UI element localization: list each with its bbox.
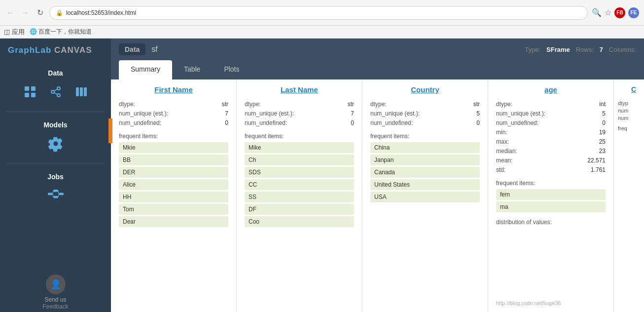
pipeline-icon[interactable]: [48, 188, 64, 203]
freq-item: China: [370, 142, 480, 153]
bookmarks-bar: ◫ 应用 🌐 百度一下，你就知道: [0, 26, 644, 39]
frequent-label-firstname: frequent items:: [119, 133, 228, 140]
freq-item: Alice: [119, 179, 228, 190]
sidebar: GraphLab CANVAS Data: [0, 39, 111, 312]
apps-icon[interactable]: ◫ 应用: [4, 28, 25, 37]
svg-rect-15: [59, 193, 64, 195]
svg-line-18: [58, 191, 59, 194]
frequent-label-country: frequent items:: [370, 133, 480, 140]
column-partial: C dtyp num num freq: [614, 79, 644, 312]
svg-line-7: [54, 93, 57, 95]
models-icons: [0, 134, 111, 157]
watermark: http://blog.csdn.net/liuge36: [496, 297, 606, 306]
sidebar-title-data: Data: [0, 66, 111, 82]
column-age: age dtype: int num_unique (est.): 5 num_…: [488, 79, 614, 312]
sf-name: sf: [151, 45, 157, 54]
svg-line-17: [52, 194, 53, 197]
tab-table[interactable]: Table: [172, 60, 212, 79]
extension-icon-1[interactable]: FB: [614, 7, 625, 18]
rows-value: 7: [600, 46, 603, 53]
columns-icon[interactable]: [73, 84, 89, 100]
stat-unique-lastname: num_unique (est.): 7: [245, 110, 354, 117]
search-icon[interactable]: 🔍: [592, 8, 602, 17]
stat-dtype-lastname: dtype: str: [245, 101, 354, 108]
col-header-last-name[interactable]: Last Name: [245, 85, 354, 94]
col-header-first-name[interactable]: First Name: [119, 85, 228, 94]
stat-min-age: min: 19: [496, 129, 606, 136]
tab-summary[interactable]: Summary: [119, 60, 172, 79]
tab-plots[interactable]: Plots: [212, 60, 251, 79]
freq-item: ma: [496, 201, 606, 212]
app-container: GraphLab CANVAS Data: [0, 39, 644, 312]
freq-item: Dear: [119, 216, 228, 227]
back-button[interactable]: ←: [5, 7, 16, 18]
tabs-bar: Summary Table Plots: [111, 60, 644, 79]
data-header: Data sf Type: SFrame Rows: 7 Columns:: [111, 39, 644, 60]
svg-point-6: [57, 94, 60, 97]
grid-icon[interactable]: [22, 84, 38, 100]
col-header-age[interactable]: age: [496, 85, 606, 94]
refresh-button[interactable]: ↻: [35, 7, 45, 18]
sidebar-bottom: 👤 Send us Feedback: [0, 270, 111, 312]
partial-dtype: dtyp: [618, 100, 644, 106]
url-bar[interactable]: 🔒 localhost:52653/index.html: [49, 6, 588, 20]
stat-unique-country: num_unique (est.): 5: [370, 110, 480, 117]
bookmark-baidu[interactable]: 🌐 百度一下，你就知道: [30, 28, 92, 36]
freq-item: DF: [245, 204, 354, 215]
freq-item: Janpan: [370, 155, 480, 165]
sidebar-section-data: Data: [0, 62, 111, 110]
gear-icon[interactable]: [48, 136, 64, 152]
freq-item: Canada: [370, 167, 480, 178]
freq-item: DER: [119, 167, 228, 178]
svg-line-8: [54, 89, 57, 91]
frequent-label-lastname: frequent items:: [245, 133, 354, 140]
freq-item: HH: [119, 192, 228, 202]
partial-freq: freq: [618, 125, 644, 131]
data-icons: [0, 82, 111, 106]
freq-item: SS: [245, 192, 354, 202]
forward-button[interactable]: →: [20, 7, 31, 18]
browser-bar: ← → ↻ 🔒 localhost:52653/index.html 🔍 ☆ F…: [0, 0, 644, 26]
stat-unique-firstname: num_unique (est.): 7: [119, 110, 228, 117]
svg-rect-2: [25, 93, 29, 97]
logo-graphlab: GraphLab: [8, 45, 51, 55]
columns-container: First Name dtype: str num_unique (est.):…: [111, 79, 644, 312]
col-header-country[interactable]: Country: [370, 85, 480, 94]
svg-line-19: [58, 194, 59, 197]
orange-indicator: [108, 118, 112, 143]
col-header-partial[interactable]: C: [618, 85, 644, 93]
data-badge: Data: [119, 43, 145, 55]
svg-rect-3: [31, 93, 36, 97]
stat-std-age: std: 1.761: [496, 166, 606, 173]
svg-line-16: [52, 191, 53, 194]
avatar: 👤: [46, 274, 66, 294]
meta-info: Type: SFrame Rows: 7 Columns:: [525, 46, 636, 53]
logo-canvas: CANVAS: [54, 45, 92, 55]
freq-item: Ch: [245, 155, 354, 165]
freq-item: Tom: [119, 204, 228, 215]
svg-rect-11: [84, 87, 87, 96]
freq-item: SDS: [245, 167, 354, 178]
stat-dtype-age: dtype: int: [496, 101, 606, 108]
divider-2: [6, 163, 105, 164]
send-feedback-label: Send us: [0, 296, 111, 303]
freq-item: United States: [370, 179, 480, 190]
svg-point-4: [57, 87, 60, 90]
svg-rect-14: [53, 196, 58, 198]
partial-num2: num: [618, 115, 644, 121]
extension-icon-2[interactable]: FE: [628, 7, 639, 18]
star-icon[interactable]: ☆: [605, 8, 611, 17]
url-text: localhost:52653/index.html: [66, 9, 136, 16]
main-content: Data sf Type: SFrame Rows: 7 Columns: Su…: [111, 39, 644, 312]
freq-item: Mike: [245, 142, 354, 153]
stat-undefined-lastname: num_undefined: 0: [245, 119, 354, 126]
column-last-name: Last Name dtype: str num_unique (est.): …: [237, 79, 362, 312]
column-country: Country dtype: str num_unique (est.): 5 …: [362, 79, 488, 312]
stat-max-age: max: 25: [496, 138, 606, 145]
share-icon[interactable]: [48, 84, 64, 100]
browser-actions: 🔍 ☆ FB FE: [592, 7, 639, 18]
freq-item: Coo: [245, 216, 354, 227]
stat-unique-age: num_unique (est.): 5: [496, 110, 606, 117]
stat-mean-age: mean: 22.571: [496, 157, 606, 164]
svg-point-5: [51, 90, 54, 93]
